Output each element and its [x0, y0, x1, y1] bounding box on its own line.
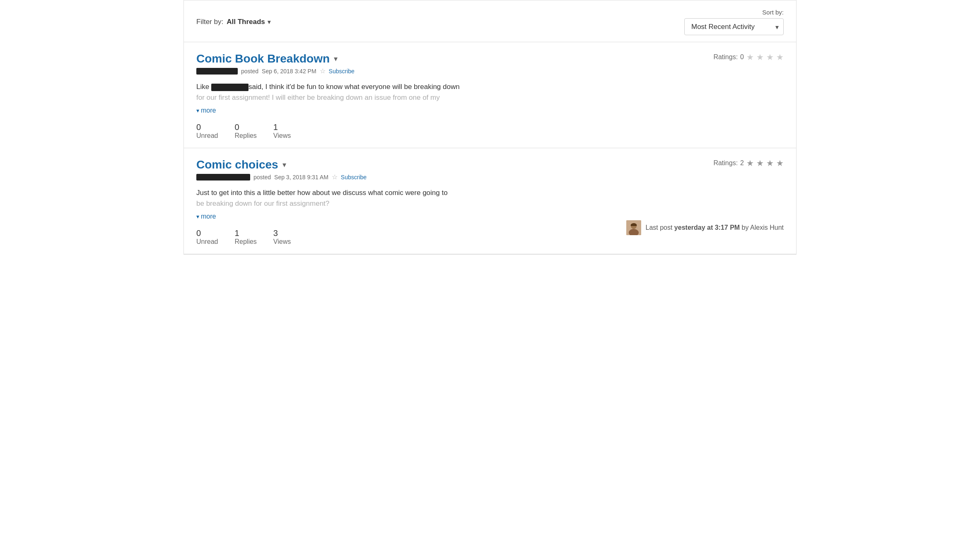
sort-select-wrapper: Most Recent Activity Most Replies Most V…	[684, 18, 784, 35]
thread-more-link-1[interactable]: ▾ more	[196, 107, 784, 114]
stat-unread-1: 0 Unread	[196, 123, 218, 140]
thread-title-row-2: Comic choices ▾	[196, 158, 367, 171]
thread-meta-2: posted Sep 3, 2018 9:31 AM ☆ Subscribe	[196, 173, 367, 181]
star-4-empty: ★	[776, 52, 784, 62]
thread-body-redacted-name-1	[211, 84, 249, 91]
stat-replies-number-1: 0	[234, 123, 239, 132]
thread-body-text1-2: Just to get into this a little better ho…	[196, 189, 448, 197]
thread-more-link-2[interactable]: ▾ more	[196, 213, 784, 220]
thread-stats-1: 0 Unread 0 Replies 1 Views	[196, 123, 291, 140]
thread-body-text1-1: said, I think it'd be fun to know what e…	[249, 83, 460, 91]
last-post-text-2: Last post yesterday at 3:17 PM by Alexis…	[645, 224, 784, 231]
sort-label: Sort by:	[762, 9, 784, 16]
stat-unread-number-1: 0	[196, 123, 201, 132]
stat-unread-label-2: Unread	[196, 238, 218, 246]
ratings-count-1: 0	[740, 53, 744, 61]
sort-right: Sort by: Most Recent Activity Most Repli…	[684, 9, 784, 35]
ratings-count-2: 2	[740, 159, 744, 167]
thread-stats-2: 0 Unread 1 Replies 3 Views	[196, 229, 291, 246]
more-chevron-icon-2: ▾	[196, 213, 199, 220]
star-2-filled-2: ★	[756, 158, 764, 168]
filter-value: All Threads	[227, 18, 265, 26]
thread-card-1: Comic Book Breakdown ▾ posted Sep 6, 201…	[184, 42, 796, 148]
stat-replies-label-1: Replies	[234, 132, 256, 140]
stat-replies-label-2: Replies	[234, 238, 256, 246]
thread-body-faded-1: for our first assignment! I will either …	[196, 94, 440, 101]
last-post-before-2: Last post	[645, 224, 674, 231]
star-4-filled-2: ★	[776, 158, 784, 168]
star-1-empty: ★	[746, 52, 754, 62]
ratings-area-1: Ratings: 0 ★ ★ ★ ★	[713, 52, 784, 62]
thread-title-row-1: Comic Book Breakdown ▾	[196, 52, 355, 65]
thread-header-1: Comic Book Breakdown ▾ posted Sep 6, 201…	[196, 52, 784, 75]
thread-body-1: Like said, I think it'd be fun to know w…	[196, 82, 784, 103]
thread-body-faded-2: be breaking down for our first assignmen…	[196, 200, 329, 207]
ratings-label-1: Ratings:	[713, 53, 738, 61]
sort-select[interactable]: Most Recent Activity Most Replies Most V…	[684, 18, 784, 35]
thread-author-redacted-2	[196, 174, 250, 181]
thread-bookmark-icon-2[interactable]: ☆	[332, 173, 338, 181]
more-chevron-icon-1: ▾	[196, 107, 199, 114]
thread-meta-1: posted Sep 6, 2018 3:42 PM ☆ Subscribe	[196, 67, 355, 75]
thread-title-area-1: Comic Book Breakdown ▾ posted Sep 6, 201…	[196, 52, 355, 75]
stat-views-2: 3 Views	[273, 229, 291, 246]
thread-posted-label-1: posted	[241, 68, 258, 75]
thread-footer-2: 0 Unread 1 Replies 3 Views	[196, 220, 784, 246]
more-label-2: more	[201, 213, 216, 220]
stat-views-number-2: 3	[273, 229, 278, 238]
thread-subscribe-link-1[interactable]: Subscribe	[329, 68, 355, 75]
thread-title-2[interactable]: Comic choices	[196, 158, 278, 171]
stat-replies-2: 1 Replies	[234, 229, 256, 246]
ratings-area-2: Ratings: 2 ★ ★ ★ ★	[713, 158, 784, 168]
filter-left: Filter by: All Threads ▾	[196, 18, 270, 26]
stat-views-label-1: Views	[273, 132, 291, 140]
stat-unread-2: 0 Unread	[196, 229, 218, 246]
last-post-area-2: Last post yesterday at 3:17 PM by Alexis…	[626, 220, 784, 235]
stat-replies-1: 0 Replies	[234, 123, 256, 140]
page-container: Filter by: All Threads ▾ Sort by: Most R…	[183, 0, 797, 255]
stat-views-1: 1 Views	[273, 123, 291, 140]
star-3-filled-2: ★	[766, 158, 774, 168]
thread-footer-1: 0 Unread 0 Replies 1 Views	[196, 114, 784, 140]
stat-views-label-2: Views	[273, 238, 291, 246]
thread-body-like-1: Like	[196, 83, 211, 91]
stat-unread-label-1: Unread	[196, 132, 218, 140]
star-2-empty: ★	[756, 52, 764, 62]
last-post-after-2: by Alexis Hunt	[740, 224, 784, 231]
last-post-time-2: yesterday at 3:17 PM	[674, 224, 740, 231]
thread-body-2: Just to get into this a little better ho…	[196, 188, 784, 209]
stat-views-number-1: 1	[273, 123, 278, 132]
more-label-1: more	[201, 107, 216, 114]
thread-title-chevron-2[interactable]: ▾	[282, 160, 286, 169]
stat-replies-number-2: 1	[234, 229, 239, 238]
star-3-empty: ★	[766, 52, 774, 62]
ratings-label-2: Ratings:	[713, 159, 738, 167]
thread-title-1[interactable]: Comic Book Breakdown	[196, 52, 330, 65]
stat-unread-number-2: 0	[196, 229, 201, 238]
star-1-filled-2: ★	[746, 158, 754, 168]
thread-posted-date-2: Sep 3, 2018 9:31 AM	[274, 174, 328, 181]
avatar-2	[626, 220, 641, 235]
thread-author-redacted-1	[196, 68, 238, 75]
thread-posted-label-2: posted	[253, 174, 271, 181]
thread-header-2: Comic choices ▾ posted Sep 3, 2018 9:31 …	[196, 158, 784, 181]
filter-sort-row: Filter by: All Threads ▾ Sort by: Most R…	[184, 0, 796, 42]
filter-dropdown-button[interactable]: All Threads ▾	[227, 18, 270, 26]
thread-subscribe-link-2[interactable]: Subscribe	[341, 174, 367, 181]
thread-title-area-2: Comic choices ▾ posted Sep 3, 2018 9:31 …	[196, 158, 367, 181]
thread-bookmark-icon-1[interactable]: ☆	[320, 67, 326, 75]
thread-posted-date-1: Sep 6, 2018 3:42 PM	[262, 68, 316, 75]
avatar-svg-2	[626, 220, 641, 235]
filter-label: Filter by:	[196, 18, 223, 26]
thread-card-2: Comic choices ▾ posted Sep 3, 2018 9:31 …	[184, 148, 796, 254]
thread-title-chevron-1[interactable]: ▾	[334, 54, 338, 63]
filter-chevron-icon: ▾	[268, 19, 270, 25]
